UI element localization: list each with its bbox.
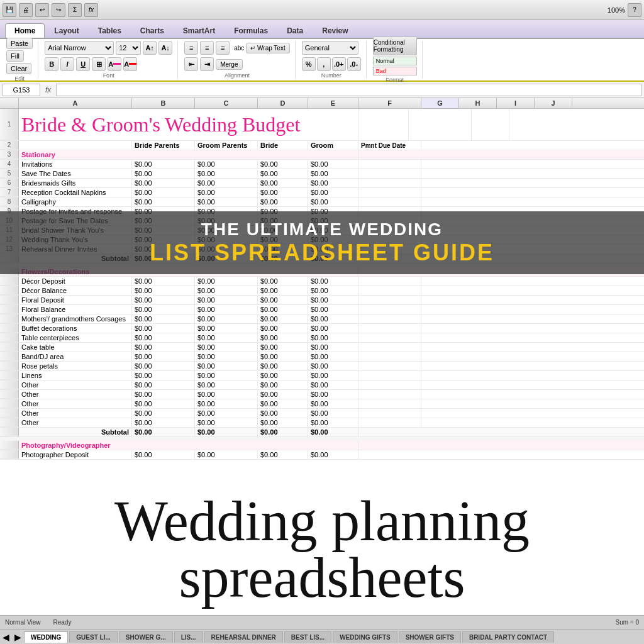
cell-f [358,371,421,380]
row-num [0,450,19,459]
font-shrink-button[interactable]: A↓ [158,41,172,55]
list-item: Bridesmaids Gifts [19,179,132,187]
cell-b: $0.00 [132,314,195,323]
help-icon[interactable]: ? [628,3,641,17]
sheet-nav-right[interactable]: ▶ [12,631,24,643]
tab-charts[interactable]: Charts [131,23,174,38]
tab-tables[interactable]: Tables [89,23,131,38]
sheet-nav-left[interactable]: ◀ [0,631,12,643]
cell-f [358,305,421,314]
cell-f [358,380,421,389]
conditional-formatting-button[interactable]: Conditional Formatting [373,36,417,55]
wrap-text-button[interactable]: ↵ Wrap Text [246,43,289,53]
tab-formulas[interactable]: Formulas [225,23,277,38]
ready-label: Ready [53,619,72,626]
status-bar: Normal View Ready Sum = 0 [0,615,644,629]
cell-c: $0.00 [195,188,258,197]
cell-d: $0.00 [258,450,308,459]
number-format-select[interactable]: General [302,41,358,55]
fx-icon[interactable]: fx [84,3,98,17]
print-icon[interactable]: 🖨 [19,3,33,17]
sheet-tab-weddinggifts[interactable]: WEDDING GIFTS [333,631,397,643]
sheet-tab-guestlist[interactable]: GUEST LI... [69,631,117,643]
tab-layout[interactable]: Layout [45,23,88,38]
sheet-tab-showergifts1[interactable]: SHOWER G... [119,631,173,643]
sum-label: Sum = 0 [615,619,639,626]
indent-more-button[interactable]: ⇥ [200,57,214,71]
list-item: Décor Deposit [19,277,132,286]
percent-button[interactable]: % [302,57,316,71]
tab-home[interactable]: Home [5,23,45,38]
sheet-tabs-bar: ◀ ▶ WEDDING GUEST LI... SHOWER G... LIS.… [0,629,644,644]
font-grow-button[interactable]: A↑ [143,41,157,55]
bad-style[interactable]: Bad [373,67,417,75]
undo-icon[interactable]: ↩ [35,3,49,17]
table-row: Décor Balance $0.00 $0.00 $0.00 $0.00 [0,286,644,296]
list-item: Other [19,380,132,389]
cell-d: $0.00 [258,362,308,370]
fill-color-button[interactable]: A [108,57,121,71]
italic-button[interactable]: I [60,57,74,71]
cell-c: $0.00 [195,333,258,342]
cell-c: $0.00 [195,371,258,380]
sheet-tab-showergifts[interactable]: SHOWER GIFTS [399,631,461,643]
cell-c: $0.00 [195,380,258,389]
clear-button[interactable]: Clear [6,63,31,74]
dec-decrease-button[interactable]: .0- [347,57,361,71]
photo-header-row: Photography/Videographer [0,441,644,450]
table-row: 7 Reception Cocktail Napkins $0.00 $0.00… [0,188,644,197]
align-center-button[interactable]: ≡ [200,41,214,55]
stationary-header-row: 3 Stationary [0,150,644,160]
cell-f [358,333,421,342]
cell-d: $0.00 [258,296,308,304]
sheet-tab-rehearsal[interactable]: REHEARSAL DINNER [204,631,283,643]
overlay-title-line2: LIST SPREADSHEET GUIDE [150,240,494,266]
align-right-button[interactable]: ≡ [216,41,230,55]
tab-review[interactable]: Review [313,23,357,38]
row-num [0,409,19,418]
save-icon[interactable]: 💾 [3,3,16,17]
indent-less-button[interactable]: ⇤ [184,57,198,71]
font-size-select[interactable]: 12 [116,41,141,55]
underline-button[interactable]: U [76,57,90,71]
cell-b: $0.00 [132,390,195,399]
font-color-button[interactable]: A [123,57,137,71]
tab-data[interactable]: Data [277,23,313,38]
align-left-button[interactable]: ≡ [184,41,198,55]
sheet-tab-wedding[interactable]: WEDDING [24,631,68,643]
sheet-tab-bestlist[interactable]: BEST LIS... [284,631,331,643]
col-c-header: C [195,98,258,108]
merge-button[interactable]: Merge [216,59,242,70]
cell-f [358,362,421,370]
comma-button[interactable]: , [317,57,331,71]
cell-e: $0.00 [308,333,358,342]
sum-icon[interactable]: Σ [68,3,82,17]
table-row: Other $0.00 $0.00 $0.00 $0.00 [0,399,644,409]
table-row: Floral Balance $0.00 $0.00 $0.00 $0.00 [0,305,644,314]
spreadsheet-area: A B C D E F G H I J 1 Bride & Groom's We… [0,98,644,615]
redo-icon[interactable]: ↪ [52,3,65,17]
normal-style[interactable]: Normal [373,57,417,65]
sheet-tab-bridalparty[interactable]: BRIDAL PARTY CONTACT [462,631,554,643]
tab-smartart[interactable]: SmartArt [174,23,225,38]
cell-d: $0.00 [258,399,308,408]
list-item: Table centerpieces [19,333,132,342]
format-group-label: Format [373,77,417,83]
row-num [0,380,19,389]
dec-increase-button[interactable]: .0+ [332,57,346,71]
cell-b: $0.00 [132,380,195,389]
sheet-tab-lis[interactable]: LIS... [174,631,203,643]
column-headers: A B C D E F G H I J [0,98,644,109]
cell-reference-input[interactable] [3,84,40,96]
font-name-select[interactable]: Arial Narrow [45,41,114,55]
stationary-label: Stationary [19,150,358,159]
photo-items: Photographer Deposit $0.00 $0.00 $0.00 $… [0,450,644,460]
cell-f [358,399,421,408]
border-button[interactable]: ⊞ [92,57,106,71]
cell-e: $0.00 [308,197,358,206]
paste-button[interactable]: Paste [6,38,33,49]
fill-button[interactable]: Fill [6,50,24,62]
ribbon-group-format: Conditional Formatting Normal Bad Format [370,41,423,79]
bold-button[interactable]: B [45,57,58,71]
formula-input[interactable] [56,84,641,96]
